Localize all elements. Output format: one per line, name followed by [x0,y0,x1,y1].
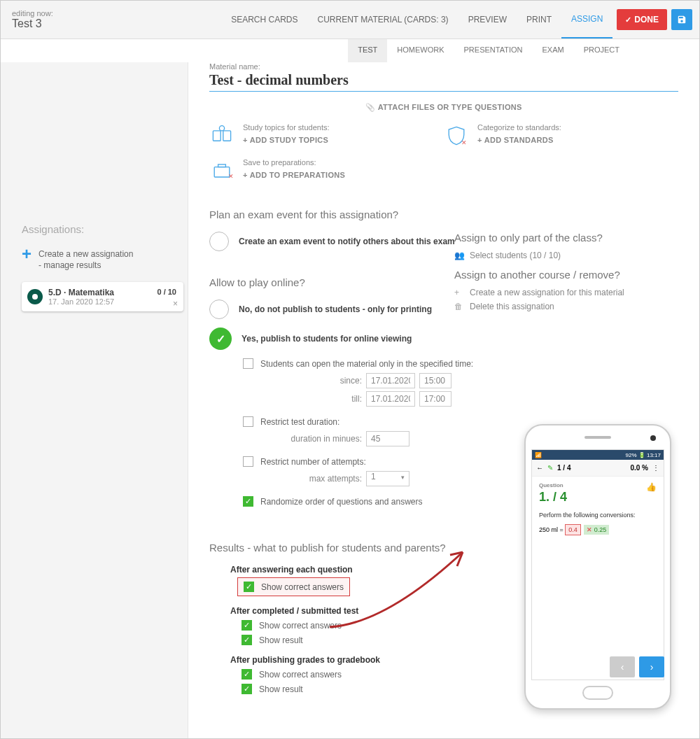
edit-icon: ✎ [547,464,553,472]
svg-rect-4 [214,167,230,177]
assignation-card[interactable]: 5.D · Matematika 17. Jan 2020 12:57 0 / … [22,282,183,311]
duration-input[interactable] [366,431,410,446]
show-result-publish-checkbox[interactable] [241,684,252,694]
tab-print[interactable]: PRINT [517,1,561,38]
resize-handle-icon[interactable] [671,84,678,91]
results-heading: Results - what to publish for students a… [209,542,475,554]
save-icon [677,15,687,24]
tab-assign[interactable]: ASSIGN [561,1,612,38]
svg-text:✕: ✕ [461,139,467,146]
publish-yes-radio[interactable] [209,328,232,350]
subtab-bar: TEST HOMEWORK PRESENTATION EXAM PROJECT [1,39,699,62]
till-time-input[interactable] [419,391,451,407]
tab-search-cards[interactable]: SEARCH CARDS [221,1,307,38]
highlighted-option: Show correct answers [237,577,350,596]
material-name-label: Material name: [209,62,678,71]
add-standards-button[interactable]: ADD STANDARDS [477,136,561,144]
trash-icon: 🗑 [454,302,464,311]
study-topics-icon [209,123,234,148]
show-result-complete-checkbox[interactable] [241,635,252,645]
subtab-project[interactable]: PROJECT [574,39,629,62]
phone-prev-button: ‹ [610,656,635,677]
since-time-input[interactable] [419,373,451,388]
subtab-exam[interactable]: EXAM [532,39,573,62]
delete-assignation-link[interactable]: 🗑 Delete this assignation [454,302,643,311]
assign-another-heading: Assign to another course / remove? [454,269,643,281]
after-publish-heading: After publishing grades to gradebook [230,655,475,665]
phone-nav-bar: ← ✎ 1 / 4 0.0 % ⋮ [532,460,664,477]
preparations-label: Save to preparations: [243,158,345,167]
wrong-mark-icon: ✕ [587,526,592,533]
tab-current-material[interactable]: CURRENT MATERIAL (CARDS: 3) [307,1,458,38]
wrong-answer: 0.4 [565,524,581,535]
add-study-topics-button[interactable]: ADD STUDY TOPICS [243,136,330,144]
select-students-link[interactable]: 👥 Select students (10 / 10) [454,251,643,260]
time-restrict-checkbox[interactable] [243,358,253,369]
allow-play-heading: Allow to play online? [209,276,475,288]
users-icon: 👥 [454,251,464,260]
assignation-remove-icon[interactable]: × [173,299,178,309]
assignations-heading: Assignations: [1,223,188,242]
tab-preview[interactable]: PREVIEW [458,1,517,38]
create-exam-event-radio[interactable] [209,232,229,251]
svg-rect-1 [223,131,231,141]
class-avatar [27,289,43,304]
assignation-count: 0 / 10 [157,288,176,296]
attach-files-link[interactable]: ATTACH FILES OR TYPE QUESTIONS [209,92,678,123]
create-assignation-link[interactable]: + Create a new assignation - manage resu… [1,242,188,278]
preparations-icon: ✕ [209,158,234,183]
show-correct-publish-checkbox[interactable] [241,669,252,680]
show-correct-each-checkbox[interactable] [244,582,254,592]
correct-answer: ✕ 0.25 [584,525,609,535]
publish-no-radio[interactable] [209,300,229,319]
subtab-test[interactable]: TEST [348,39,387,62]
standards-icon: ✕ [444,123,469,148]
back-arrow-icon: ← [536,464,543,472]
plus-icon: + [454,288,464,297]
create-new-assignation-link[interactable]: + Create a new assignation for this mate… [454,288,643,297]
phone-mockup: 📶 92% 🔋 13:17 ← ✎ 1 / 4 0.0 % ⋮ 👍 Questi… [524,424,671,710]
standards-label: Categorize to standards: [477,123,561,132]
subtab-homework[interactable]: HOMEWORK [387,39,454,62]
phone-next-button: › [639,656,664,677]
material-title: Test 3 [12,17,53,30]
after-complete-heading: After completed / submitted test [230,606,475,616]
till-date-input[interactable] [366,391,415,407]
phone-signal-icon: 📶 [535,452,542,458]
after-each-heading: After answering each question [230,565,475,575]
duration-restrict-checkbox[interactable] [243,416,253,427]
top-bar: editing now: Test 3 SEARCH CARDS CURRENT… [1,1,699,39]
study-topics-label: Study topics for students: [243,123,330,132]
svg-text:✕: ✕ [228,173,234,180]
subtab-presentation[interactable]: PRESENTATION [454,39,533,62]
attempts-restrict-checkbox[interactable] [243,456,253,467]
thumbs-up-icon: 👍 [646,482,657,492]
phone-status-bar: 📶 92% 🔋 13:17 [532,450,664,460]
done-button[interactable]: ✓DONE [617,9,667,30]
show-correct-complete-checkbox[interactable] [241,620,252,631]
editing-now-label: editing now: [12,9,53,17]
sidebar: Assignations: + Create a new assignation… [1,62,188,738]
svg-rect-5 [218,164,226,167]
material-name-input[interactable] [209,72,678,88]
menu-icon: ⋮ [652,464,659,472]
plus-icon: + [22,249,31,259]
assign-part-heading: Assign to only part of the class? [454,232,643,244]
add-to-preparations-button[interactable]: ADD TO PREPARATIONS [243,171,345,179]
since-date-input[interactable] [366,373,415,388]
save-button[interactable] [671,9,692,30]
plan-exam-heading: Plan an exam event for this assignation? [209,209,475,220]
svg-point-2 [219,126,224,131]
assignation-date: 17. Jan 2020 12:57 [48,297,176,306]
randomize-checkbox[interactable] [243,496,253,507]
phone-home-button [582,686,613,700]
svg-rect-0 [213,131,220,141]
max-attempts-select[interactable]: 1 [366,471,410,486]
